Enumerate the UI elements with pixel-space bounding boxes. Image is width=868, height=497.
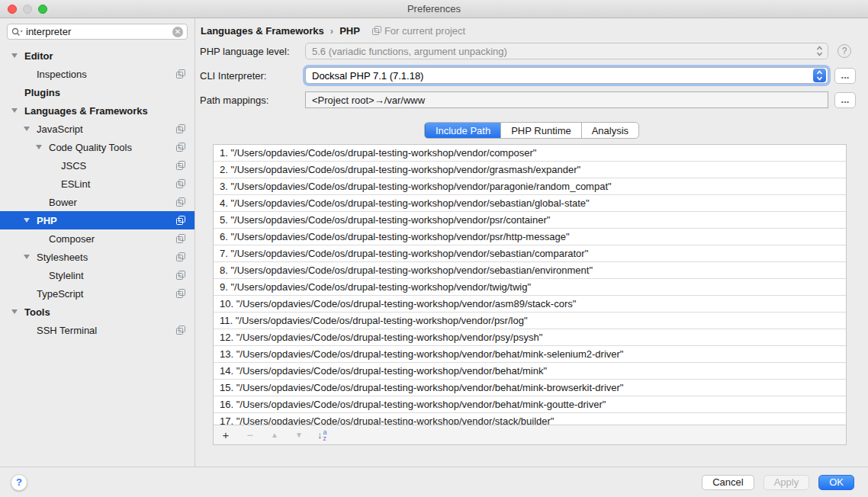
search-icon [11,27,24,37]
sort-alphabetically-button[interactable]: ↓ a z [317,429,327,441]
include-path-text: 8. "/Users/opdavies/Code/os/drupal-testi… [220,265,593,276]
search-input[interactable] [26,26,172,37]
project-settings-icon [176,216,185,225]
tab-label: PHP Runtime [511,125,571,136]
cli-interpreter-select[interactable]: Docksal PHP 7.1 (7.1.18) [305,67,828,84]
tree-item-label: Inspections [37,69,87,80]
sidebar-tree-item[interactable]: Code Quality Tools [0,138,194,156]
sidebar-tree-item[interactable]: JSCS [0,156,194,175]
sidebar-tree-item[interactable]: TypeScript [0,284,194,303]
stepper-icon[interactable] [813,69,826,82]
tree-item-label: Plugins [24,87,60,98]
tab-segmented-control: Include Path PHP Runtime Analysis [424,122,639,139]
move-up-button: ▲ [268,429,281,441]
sidebar-tree-item[interactable]: Tools [0,303,194,321]
cancel-button[interactable]: Cancel [702,475,754,490]
project-settings-icon [176,197,185,207]
sidebar-tree-item[interactable]: Editor [0,46,194,65]
chevron-down-icon[interactable] [11,53,18,58]
tab[interactable]: PHP Runtime [500,123,581,138]
include-path-row[interactable]: 16. "/Users/opdavies/Code/os/drupal-test… [214,396,846,413]
sidebar-tree-item[interactable]: ESLint [0,175,194,193]
sidebar-tree-item[interactable]: Stylesheets [0,248,194,266]
stepper-icon [813,44,826,58]
include-path-row[interactable]: 12. "/Users/opdavies/Code/os/drupal-test… [214,329,846,346]
help-button[interactable]: ? [11,474,27,491]
include-path-text: 7. "/Users/opdavies/Code/os/drupal-testi… [220,248,588,259]
include-path-panel: 1. "/Users/opdavies/Code/os/drupal-testi… [213,144,847,445]
cli-interpreter-label: CLI Interpreter: [200,70,305,82]
for-current-project-badge: For current project [372,25,465,37]
title-bar: Preferences [0,0,868,18]
include-path-row[interactable]: 8. "/Users/opdavies/Code/os/drupal-testi… [214,262,846,279]
include-path-row[interactable]: 13. "/Users/opdavies/Code/os/drupal-test… [214,346,846,363]
include-path-text: 1. "/Users/opdavies/Code/os/drupal-testi… [220,147,536,159]
ok-button[interactable]: OK [818,475,854,490]
include-path-row[interactable]: 10. "/Users/opdavies/Code/os/drupal-test… [214,296,846,313]
path-mappings-label: Path mappings: [200,95,305,106]
sidebar-tree-item[interactable]: Bower [0,193,194,211]
chevron-down-icon[interactable] [24,255,30,259]
sidebar-tree-item[interactable]: Plugins [0,83,194,101]
project-settings-icon [176,325,185,335]
path-mappings-field[interactable]: <Project root>→/var/www [305,91,828,108]
help-icon[interactable]: ? [837,44,851,58]
sidebar-tree-item[interactable]: Inspections [0,65,194,83]
language-level-select[interactable]: 5.6 (variadic functions, argument unpack… [305,43,828,59]
settings-tree: Editor Inspections [0,46,194,339]
tree-item-label: PHP [37,215,57,226]
include-path-row[interactable]: 5. "/Users/opdavies/Code/os/drupal-testi… [214,212,846,229]
search-options-arrow-icon [21,30,24,33]
chevron-down-icon[interactable] [11,108,18,113]
sidebar-tree-item[interactable]: PHP [0,211,194,229]
include-path-row[interactable]: 2. "/Users/opdavies/Code/os/drupal-testi… [214,162,846,178]
add-path-button[interactable]: + [220,429,232,441]
tab[interactable]: Include Path [425,123,500,138]
sidebar-tree-item[interactable]: SSH Terminal [0,321,194,339]
include-path-row[interactable]: 7. "/Users/opdavies/Code/os/drupal-testi… [214,245,846,262]
include-path-text: 6. "/Users/opdavies/Code/os/drupal-testi… [220,231,570,242]
include-path-row[interactable]: 15. "/Users/opdavies/Code/os/drupal-test… [214,380,846,396]
path-mappings-browse-button[interactable]: ... [834,92,856,108]
dialog-footer: ? Cancel Apply OK [0,467,868,497]
breadcrumb-separator-icon: › [330,25,333,37]
tree-item-label: Bower [49,197,77,208]
include-path-row[interactable]: 4. "/Users/opdavies/Code/os/drupal-testi… [214,195,846,212]
include-path-row[interactable]: 17. "/Users/opdavies/Code/os/drupal-test… [214,413,846,425]
tree-item-label: JavaScript [37,123,83,135]
include-path-text: 13. "/Users/opdavies/Code/os/drupal-test… [220,348,623,360]
sidebar-tree-item[interactable]: Languages & Frameworks [0,101,194,120]
move-down-button: ▼ [293,429,305,441]
include-path-row[interactable]: 1. "/Users/opdavies/Code/os/drupal-testi… [214,145,846,162]
include-path-text: 10. "/Users/opdavies/Code/os/drupal-test… [220,298,576,309]
search-box[interactable]: ✕ [7,24,188,40]
chevron-down-icon[interactable] [24,218,30,223]
cli-interpreter-browse-button[interactable]: ... [834,68,856,84]
chevron-down-icon[interactable] [36,145,42,149]
clear-search-icon[interactable]: ✕ [172,27,183,37]
breadcrumb-parent[interactable]: Languages & Frameworks [201,25,324,37]
sidebar-tree-item[interactable]: Composer [0,229,194,248]
apply-button: Apply [764,475,810,490]
include-path-row[interactable]: 6. "/Users/opdavies/Code/os/drupal-testi… [214,229,846,245]
chevron-down-icon[interactable] [24,127,30,131]
tab[interactable]: Analysis [581,123,638,138]
chevron-down-icon[interactable] [11,309,18,314]
project-settings-icon [176,289,185,298]
tree-item-label: Code Quality Tools [49,142,132,153]
include-path-row[interactable]: 3. "/Users/opdavies/Code/os/drupal-testi… [214,178,846,195]
settings-content: Languages & Frameworks › PHP For current… [195,18,868,467]
sidebar-tree-item[interactable]: JavaScript [0,120,194,138]
sort-arrow-icon: ↓ [317,429,323,441]
sidebar-tree-item[interactable]: Stylelint [0,266,194,284]
tree-item-label: Composer [49,233,95,245]
include-path-text: 9. "/Users/opdavies/Code/os/drupal-testi… [220,281,531,293]
include-path-row[interactable]: 11. "/Users/opdavies/Code/os/drupal-test… [214,313,846,329]
include-path-list[interactable]: 1. "/Users/opdavies/Code/os/drupal-testi… [214,145,846,425]
include-path-row[interactable]: 9. "/Users/opdavies/Code/os/drupal-testi… [214,279,846,296]
path-mappings-value: <Project root>→/var/www [312,95,425,106]
breadcrumb-current: PHP [339,25,360,37]
include-path-row[interactable]: 14. "/Users/opdavies/Code/os/drupal-test… [214,363,846,380]
include-path-text: 3. "/Users/opdavies/Code/os/drupal-testi… [220,181,612,192]
remove-path-button: − [244,429,256,441]
